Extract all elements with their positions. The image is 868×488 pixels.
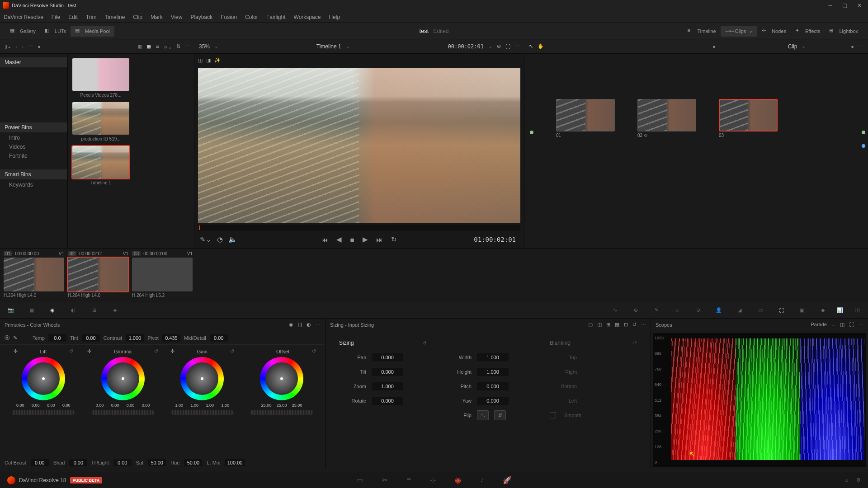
bars-mode-icon[interactable]: |||	[298, 322, 302, 328]
edit-page-icon[interactable]: ≡	[407, 476, 411, 484]
gain-values[interactable]: 1.001.001.001.00	[172, 403, 232, 408]
pivot-value[interactable]: 0.435	[162, 334, 180, 342]
effects-button[interactable]: ✦Effects	[791, 26, 825, 37]
loop-button[interactable]: ↻	[391, 235, 397, 244]
scope-opt1-icon[interactable]: ◫	[840, 322, 844, 328]
node-01[interactable]: 01	[556, 99, 615, 138]
eyedropper-icon[interactable]: ✎⌄	[200, 235, 212, 244]
split-icon[interactable]: ◨	[206, 57, 211, 63]
hilight-value[interactable]: 0.00	[113, 459, 132, 466]
menu-edit[interactable]: Edit	[68, 14, 78, 20]
chevron-down-icon[interactable]: ⌄	[831, 322, 835, 328]
menu-workspace[interactable]: Workspace	[294, 14, 321, 20]
timeline-clip[interactable]: 0100:00:00:00V1 H.264 High L4.0	[4, 251, 64, 299]
middetail-value[interactable]: 0.00	[210, 334, 228, 342]
pointer-icon[interactable]: ↖	[529, 43, 533, 49]
chevron-down-icon[interactable]: ⌄	[214, 43, 218, 49]
media-page-icon[interactable]: ▭	[356, 476, 363, 484]
step-back-button[interactable]: ◀	[336, 235, 342, 244]
gamma-reset-icon[interactable]: ↺	[154, 348, 158, 354]
menu-clip[interactable]: Clip	[133, 14, 142, 20]
sort-icon[interactable]: ⇅	[176, 43, 180, 49]
tilt-value[interactable]: 0.000	[372, 368, 403, 376]
node-dot-icon[interactable]: ●	[712, 44, 716, 49]
keyframes-icon[interactable]: ◆	[818, 306, 827, 315]
node-dot2-icon[interactable]: ●	[851, 44, 854, 49]
fairlight-page-icon[interactable]: ♪	[480, 476, 484, 484]
yaw-value[interactable]: 0.000	[477, 397, 509, 405]
luts-button[interactable]: ◧LUTs	[40, 26, 71, 37]
master-bin[interactable]: Master	[0, 57, 67, 67]
sizing-mode-3-icon[interactable]: ⊞	[606, 322, 610, 328]
smart-bins-header[interactable]: Smart Bins	[0, 169, 67, 179]
chevron-down-icon[interactable]: ⌄	[346, 43, 350, 49]
node-canvas[interactable]: 01 02 ↻ 03	[524, 54, 868, 248]
bin-view-icon[interactable]: ▯⌄	[5, 43, 11, 49]
node-02[interactable]: 02 ↻	[637, 99, 696, 138]
sizing-reset-icon[interactable]: ↺	[632, 322, 637, 328]
wheels-mode-icon[interactable]: ◉	[289, 322, 293, 328]
stop-button[interactable]: ■	[350, 236, 354, 244]
bypass-icon[interactable]: ⊘	[497, 43, 501, 49]
hdr-icon[interactable]: ◐	[69, 306, 78, 315]
gamma-picker-icon[interactable]: ✛	[87, 348, 91, 354]
nav-back-icon[interactable]: ‹	[16, 44, 18, 49]
node-more-icon[interactable]: ⋯	[859, 43, 863, 49]
viewer-timecode[interactable]: 00:00:02:01	[448, 43, 484, 50]
blur-icon[interactable]: ◢	[735, 306, 744, 315]
menu-help[interactable]: Help	[329, 14, 340, 20]
fusion-page-icon[interactable]: ⊹	[430, 476, 436, 484]
menu-fusion[interactable]: Fusion	[221, 14, 237, 20]
shad-value[interactable]: 0.00	[69, 459, 87, 466]
lift-jog[interactable]	[12, 410, 75, 415]
sizing-mode-1-icon[interactable]: ▢	[588, 322, 593, 328]
viewer-image[interactable]	[198, 68, 520, 223]
scope-expand-icon[interactable]: ⛶	[849, 322, 854, 328]
unmix-icon[interactable]: ◔	[217, 235, 223, 244]
scopes-icon[interactable]: 📊	[835, 306, 844, 315]
gain-wheel[interactable]	[180, 357, 224, 400]
play-button[interactable]: ▶	[363, 235, 368, 244]
key-icon[interactable]: ▭	[756, 306, 765, 315]
info-icon[interactable]: ⓘ	[853, 306, 862, 315]
viewer-more-icon[interactable]: ⋯	[515, 43, 520, 49]
tint-value[interactable]: 0.00	[82, 334, 100, 342]
home-icon[interactable]: ⌂	[845, 477, 848, 483]
viewer-scrubber[interactable]	[198, 225, 520, 231]
timeline-clip[interactable]: 0200:00:02:01V1 H.264 High L4.0	[68, 251, 128, 299]
scope-mode[interactable]: Parade	[811, 322, 827, 328]
gain-jog[interactable]	[170, 410, 234, 415]
menu-timeline[interactable]: Timeline	[104, 14, 125, 20]
zoom-value[interactable]: 1.000	[372, 382, 403, 390]
qualifier-icon[interactable]: ✎	[652, 306, 661, 315]
color-wheels-icon[interactable]: ◉	[48, 306, 57, 315]
cut-page-icon[interactable]: ✂	[382, 476, 388, 484]
pool-more-icon[interactable]: ⋯	[185, 43, 190, 49]
picker-icon[interactable]: ✎	[13, 335, 17, 341]
lightbox-button[interactable]: ⊞Lightbox	[825, 26, 863, 37]
node-mode[interactable]: Clip	[788, 43, 797, 50]
node-03[interactable]: 03	[719, 99, 778, 138]
curves-icon[interactable]: ∿	[610, 306, 619, 315]
close-button[interactable]: ✕	[857, 2, 862, 9]
expand-icon[interactable]: ⛶	[505, 44, 510, 49]
clips-button[interactable]: ▭▭Clips ⌄	[721, 26, 757, 37]
menu-davinci[interactable]: DaVinci Resolve	[4, 14, 43, 20]
offset-wheel[interactable]	[260, 357, 303, 400]
hand-icon[interactable]: ✋	[538, 43, 544, 49]
color-checker-icon[interactable]: ▦	[27, 306, 36, 315]
camera-raw-icon[interactable]: 📷	[6, 306, 15, 315]
settings-icon[interactable]: ⚙	[856, 477, 861, 483]
menu-file[interactable]: File	[52, 14, 60, 20]
nodes-button[interactable]: ⊹Nodes	[757, 26, 791, 37]
timeline-clip[interactable]: 0300:00:00:00V1 H.264 High L5.2	[132, 251, 193, 299]
blanking-reset-icon[interactable]: ↺	[633, 340, 637, 346]
menu-playback[interactable]: Playback	[190, 14, 212, 20]
dot-icon[interactable]: ●	[38, 44, 41, 49]
gamma-jog[interactable]	[91, 410, 155, 415]
chevron-down-icon[interactable]: ⌄	[802, 43, 806, 49]
lift-values[interactable]: 0.000.000.000.00	[14, 403, 73, 408]
pan-value[interactable]: 0.000	[372, 353, 403, 361]
minimize-button[interactable]: ─	[828, 2, 832, 9]
window-icon[interactable]: ○	[673, 306, 682, 315]
